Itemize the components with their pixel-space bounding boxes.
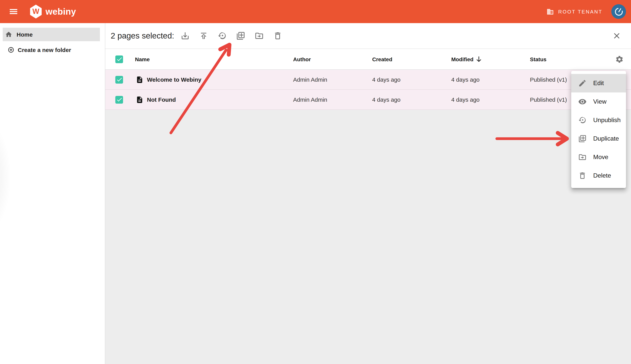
- close-icon: [612, 31, 621, 40]
- page-author: Admin Admin: [293, 76, 372, 83]
- delete-icon: [273, 31, 282, 40]
- delete-toolbar-button[interactable]: [270, 28, 285, 44]
- context-menu-item-delete[interactable]: Delete: [571, 166, 626, 185]
- hamburger-menu-button[interactable]: [5, 3, 22, 20]
- publish-icon: [199, 31, 208, 40]
- page-document-icon: [136, 76, 143, 84]
- column-header-created[interactable]: Created: [372, 56, 451, 62]
- page-title: Not Found: [147, 96, 176, 103]
- building-icon: [547, 8, 554, 15]
- hamburger-icon: [9, 6, 19, 16]
- publish-button[interactable]: [196, 28, 211, 44]
- page-title: Welcome to Webiny: [147, 76, 201, 83]
- move-button[interactable]: [251, 28, 267, 44]
- context-menu-label: Unpublish: [593, 117, 620, 124]
- app-root: W webiny ROOT TENANT Home: [0, 0, 631, 364]
- row-context-menu: Edit View Unpublish Duplicate Move: [571, 71, 626, 188]
- context-menu-item-move[interactable]: Move: [571, 148, 626, 166]
- page-modified: 4 days ago: [451, 96, 530, 103]
- page-created: 4 days ago: [372, 96, 451, 103]
- move-icon: [578, 153, 587, 162]
- topbar: W webiny ROOT TENANT: [0, 0, 631, 23]
- webiny-logo-icon: W: [30, 4, 42, 18]
- page-author: Admin Admin: [293, 96, 372, 103]
- context-menu-label: Edit: [593, 80, 604, 87]
- context-menu-label: Move: [593, 154, 608, 160]
- sidebar-create-folder[interactable]: Create a new folder: [8, 45, 100, 55]
- context-menu-label: Delete: [593, 172, 611, 179]
- download-icon: [180, 31, 189, 40]
- add-circle-icon: [8, 46, 14, 53]
- sidebar-create-folder-label: Create a new folder: [18, 46, 71, 53]
- context-menu-label: Duplicate: [593, 135, 619, 142]
- app-body: Home Create a new folder 2 pages selecte…: [0, 23, 631, 364]
- eye-icon: [578, 98, 587, 106]
- column-header-status[interactable]: Status: [530, 56, 608, 62]
- close-selection-button[interactable]: [609, 28, 624, 44]
- check-icon: [116, 96, 122, 103]
- column-header-modified[interactable]: Modified: [451, 56, 530, 62]
- context-menu-item-edit[interactable]: Edit: [571, 74, 626, 92]
- column-header-name[interactable]: Name: [135, 56, 293, 62]
- tenant-label: ROOT TENANT: [558, 9, 602, 14]
- context-menu-item-unpublish[interactable]: Unpublish: [571, 111, 626, 130]
- page-created: 4 days ago: [372, 76, 451, 83]
- unpublish-icon: [578, 116, 587, 124]
- power-icon: [613, 6, 624, 17]
- table-settings-button[interactable]: [612, 52, 627, 67]
- page-document-icon: [136, 96, 143, 104]
- duplicate-icon: [236, 31, 245, 40]
- duplicate-icon: [578, 134, 587, 143]
- column-header-modified-label: Modified: [451, 56, 474, 62]
- table-row[interactable]: Welcome to Webiny Admin Admin 4 days ago…: [105, 70, 631, 90]
- delete-icon: [578, 172, 587, 180]
- column-header-author[interactable]: Author: [293, 56, 372, 62]
- page-modified: 4 days ago: [451, 76, 530, 83]
- webiny-logo: W webiny: [30, 4, 76, 18]
- sidebar: Home Create a new folder: [0, 23, 105, 364]
- check-icon: [116, 76, 122, 83]
- unpublish-icon: [217, 31, 227, 40]
- move-icon: [254, 31, 264, 40]
- context-menu-label: View: [593, 98, 606, 105]
- sidebar-home-label: Home: [17, 31, 33, 38]
- edit-icon: [578, 79, 587, 88]
- gear-icon: [615, 55, 624, 63]
- table-header: Name Author Created Modified Status: [105, 49, 631, 70]
- sort-desc-arrow-icon: [476, 56, 482, 62]
- row-checkbox[interactable]: [115, 96, 123, 104]
- select-all-checkbox[interactable]: [115, 55, 123, 63]
- home-icon: [5, 31, 12, 38]
- table-row[interactable]: Not Found Admin Admin 4 days ago 4 days …: [105, 90, 631, 110]
- download-button[interactable]: [177, 28, 193, 44]
- unpublish-button[interactable]: [214, 28, 230, 44]
- left-edge-shadow: [0, 120, 35, 235]
- check-icon: [116, 56, 122, 62]
- webiny-wordmark: webiny: [46, 6, 76, 17]
- main-content: 2 pages selected:: [105, 23, 631, 364]
- sidebar-item-home[interactable]: Home: [3, 28, 100, 41]
- user-avatar-button[interactable]: [611, 4, 626, 19]
- row-checkbox[interactable]: [115, 76, 123, 84]
- duplicate-toolbar-button[interactable]: [233, 28, 248, 44]
- context-menu-item-view[interactable]: View: [571, 92, 626, 111]
- context-menu-item-duplicate[interactable]: Duplicate: [571, 130, 626, 148]
- selection-actionbar: 2 pages selected:: [105, 23, 631, 49]
- selection-count-text: 2 pages selected:: [111, 31, 174, 40]
- tenant-selector[interactable]: ROOT TENANT: [547, 8, 602, 15]
